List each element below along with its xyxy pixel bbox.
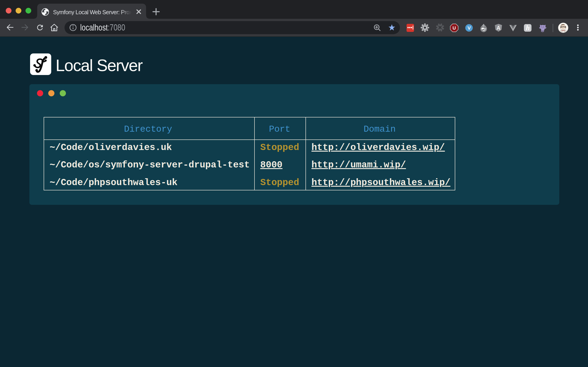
svg-text:h: h bbox=[526, 24, 530, 31]
svg-text:A: A bbox=[497, 25, 501, 31]
svg-text:U: U bbox=[452, 25, 456, 31]
svg-text:V: V bbox=[467, 25, 471, 31]
